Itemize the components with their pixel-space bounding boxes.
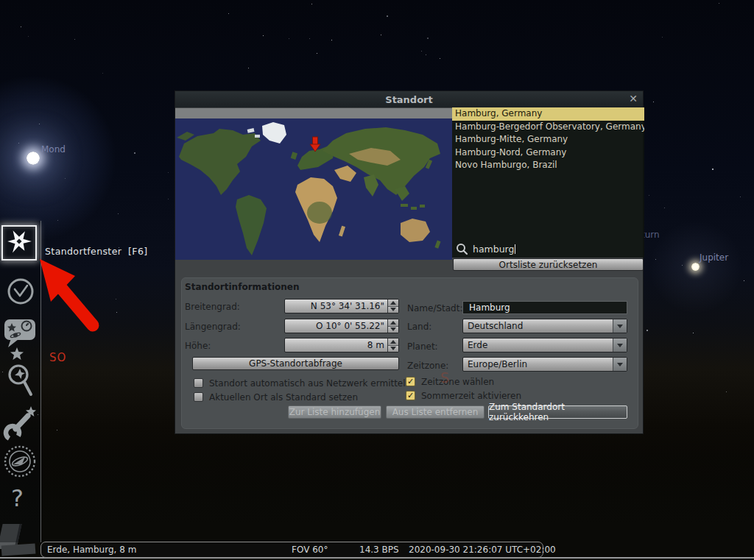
remove-from-list-button[interactable]: Aus Liste entfernen <box>386 405 485 419</box>
altitude-value: 8 m <box>285 339 387 352</box>
dialog-title: Standort <box>385 94 432 105</box>
spin-down-icon[interactable] <box>388 327 398 333</box>
timezone-checkbox[interactable]: ✓ <box>406 377 415 386</box>
latitude-value: N 53° 34' 31.16" <box>285 300 387 313</box>
name-city-label: Name/Stadt: <box>407 303 463 313</box>
status-location[interactable]: Erde, Hamburg, 8 m <box>47 545 136 555</box>
world-map[interactable] <box>175 118 452 260</box>
status-bps: 14.3 BPS <box>359 545 399 555</box>
location-dialog: Standort ✕ <box>175 91 644 434</box>
question-mark-icon: ? <box>11 484 24 512</box>
dialog-titlebar[interactable]: Standort ✕ <box>175 91 643 107</box>
chevron-down-icon <box>613 339 627 352</box>
bottom-status-bar: Erde, Hamburg, 8 m FOV 60° 14.3 BPS 2020… <box>40 542 543 558</box>
location-list-item[interactable]: Novo Hamburgo, Brazil <box>452 159 644 172</box>
spin-up-icon[interactable] <box>388 319 398 327</box>
spin-up-icon[interactable] <box>388 339 398 346</box>
dst-checkbox[interactable]: ✓ <box>406 391 415 400</box>
gps-query-button[interactable]: GPS-Standortabfrage <box>192 357 399 370</box>
compass-label-s: S <box>440 369 449 386</box>
text-caret <box>515 244 515 254</box>
status-datetime[interactable]: 2020-09-30 21:26:07 UTC+02:00 <box>409 545 556 555</box>
location-list-item[interactable]: Hamburg-Bergedorf Observatory, Germany <box>452 121 644 134</box>
status-fov: FOV 60° <box>292 545 328 555</box>
altitude-spinbox[interactable]: 8 m <box>284 338 399 352</box>
timezone-checkbox-label[interactable]: Zeitzone wählen <box>421 377 494 387</box>
location-list-item[interactable]: Hamburg-Nord, Germany <box>452 146 644 160</box>
astronomical-calculations-button[interactable] <box>3 444 37 481</box>
longitude-value: O 10° 0' 55.22" <box>285 319 387 333</box>
location-search-input[interactable]: hamburg <box>452 240 644 258</box>
country-dropdown[interactable]: Deutschland <box>462 319 627 333</box>
planet-label: Planet: <box>407 341 438 352</box>
jupiter-label[interactable]: Jupiter <box>700 252 728 263</box>
longitude-spinbox[interactable]: O 10° 0' 55.22" <box>284 319 399 333</box>
help-window-button[interactable]: ? <box>11 484 24 512</box>
set-default-checkbox[interactable] <box>194 392 203 402</box>
spin-down-icon[interactable] <box>388 307 398 313</box>
configuration-window-button[interactable] <box>3 402 37 447</box>
timezone-value: Europe/Berlin <box>463 358 613 371</box>
location-results-list: Hamburg, Germany Hamburg-Bergedorf Obser… <box>452 107 644 240</box>
latitude-spinbox[interactable]: N 53° 34' 31.16" <box>284 299 399 313</box>
moon[interactable] <box>27 152 40 165</box>
location-list-item[interactable]: Hamburg, Germany <box>452 107 644 121</box>
add-to-list-button[interactable]: Zur Liste hinzufügen <box>288 405 381 419</box>
search-icon <box>456 243 468 255</box>
spin-down-icon[interactable] <box>388 346 398 352</box>
map-header-strip <box>175 108 452 118</box>
network-location-label[interactable]: Standort automatisch aus Netzwerk ermitt… <box>209 378 411 389</box>
network-location-checkbox[interactable] <box>194 378 203 388</box>
checkmark-icon: ✓ <box>407 391 414 400</box>
chevron-down-icon <box>613 358 627 371</box>
red-annotation-arrow <box>31 253 112 337</box>
compass-label-so: SO <box>49 351 66 364</box>
reset-location-list-button[interactable]: Ortsliste zurücksetzen <box>453 258 644 271</box>
return-default-location-button[interactable]: Zum Standardort zurückkehren <box>488 405 627 419</box>
search-window-button[interactable] <box>5 362 35 403</box>
longitude-label: Längengrad: <box>185 322 241 332</box>
name-city-input[interactable]: Hamburg <box>462 301 627 314</box>
close-icon[interactable]: ✕ <box>629 93 638 104</box>
jupiter-dot[interactable] <box>691 263 700 271</box>
astro-calc-emblem-icon <box>3 467 37 481</box>
chevron-down-icon <box>613 319 627 333</box>
dst-checkbox-label[interactable]: Sommerzeit aktivieren <box>421 391 521 401</box>
moon-label[interactable]: Mond <box>41 144 66 155</box>
country-value: Deutschland <box>463 319 613 333</box>
set-default-label[interactable]: Aktuellen Ort als Standard setzen <box>209 392 358 403</box>
groupbox-header: Standortinformationen <box>185 282 299 292</box>
country-label: Land: <box>407 322 431 332</box>
location-starburst-icon <box>5 227 33 258</box>
location-list-item[interactable]: Hamburg-Mitte, Germany <box>452 133 644 146</box>
search-value: hamburg <box>473 244 514 255</box>
checkmark-icon: ✓ <box>407 378 414 386</box>
planet-value: Erde <box>463 339 613 352</box>
spin-up-icon[interactable] <box>388 300 398 307</box>
latitude-label: Breitengrad: <box>185 302 240 312</box>
planet-dropdown[interactable]: Erde <box>462 338 627 352</box>
timezone-dropdown[interactable]: Europe/Berlin <box>462 357 627 372</box>
altitude-label: Höhe: <box>185 341 211 351</box>
